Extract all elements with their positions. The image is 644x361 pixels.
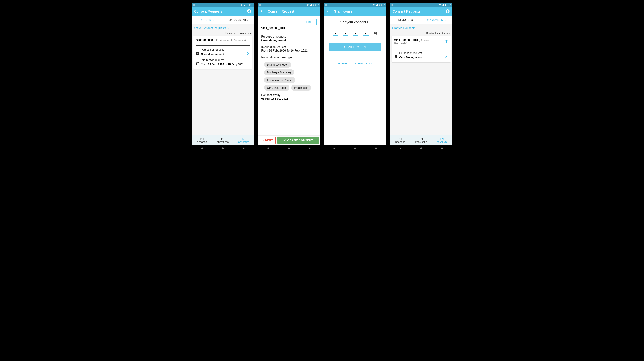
appbar: Consent Request <box>258 7 320 16</box>
sys-home[interactable] <box>221 147 224 150</box>
nav-providers[interactable]: PROVIDERS <box>411 135 432 145</box>
clipboard-icon <box>394 55 398 59</box>
sys-home[interactable] <box>420 147 423 150</box>
type-label: Information request type <box>261 56 316 59</box>
info-date-range: From 16 Feb, 2000 To 16 Feb, 2021 <box>261 49 316 52</box>
nav-providers[interactable]: PROVIDERS <box>212 135 233 145</box>
sys-home[interactable] <box>287 147 291 150</box>
statusbar-time: 3:17 <box>315 4 319 6</box>
chevron-right-icon <box>444 55 448 59</box>
filter-dropdown-label: Granted Consents <box>392 26 416 30</box>
delete-icon[interactable] <box>445 40 448 44</box>
battery-icon <box>246 4 248 6</box>
pin-digit-4[interactable]: • <box>363 31 368 36</box>
statusbar-dot-icon <box>391 4 393 6</box>
nav-consents[interactable]: CONSENTS <box>432 135 452 145</box>
forgot-pin-link[interactable]: FORGOT CONSENT PIN? <box>329 62 381 65</box>
visibility-toggle-icon[interactable] <box>374 31 378 36</box>
sys-recent[interactable] <box>308 147 312 150</box>
purpose-value: Care Management <box>399 56 422 59</box>
bottomnav: RECORDS PROVIDERS CONSENTS <box>192 135 254 145</box>
purpose-value: Care Management <box>201 52 224 55</box>
card-title: SBX_000060_HIU (Consent Requests) <box>196 39 250 42</box>
filter-dropdown[interactable]: Granted Consents <box>390 24 452 32</box>
deny-button[interactable]: DENY <box>259 137 276 144</box>
tab-requests[interactable]: REQUESTS <box>390 16 421 24</box>
svg-rect-2 <box>242 138 245 140</box>
screen-granted: 3:17 Consent Requests REQUESTS MY CONSEN… <box>389 2 454 153</box>
nav-records[interactable]: RECORDS <box>390 135 411 145</box>
svg-rect-13 <box>441 148 443 149</box>
nav-consents[interactable]: CONSENTS <box>233 135 254 145</box>
request-id: SBX_000060_HIU <box>261 27 316 30</box>
sys-recent[interactable] <box>440 147 444 150</box>
appbar: Consent Requests <box>390 7 452 16</box>
screen-requests: 3:17 Consent Requests REQUESTS MY CONSEN… <box>190 2 255 153</box>
statusbar-time: 3:17 <box>381 4 385 6</box>
pin-input-row: • • • • <box>329 31 381 36</box>
system-nav <box>258 145 320 152</box>
chip: Discharge Summary <box>264 69 294 75</box>
chevron-right-icon <box>246 51 250 56</box>
grant-consent-button[interactable]: GRANT CONSENT <box>278 137 319 144</box>
profile-icon[interactable] <box>247 9 252 14</box>
signal-icon <box>310 4 312 6</box>
profile-icon[interactable] <box>445 9 450 14</box>
svg-rect-6 <box>309 148 310 149</box>
signal-icon <box>376 4 378 6</box>
sys-back[interactable] <box>332 147 336 150</box>
svg-point-3 <box>222 147 224 149</box>
tab-requests[interactable]: REQUESTS <box>192 16 223 24</box>
sys-recent[interactable] <box>374 147 378 150</box>
pin-digit-3[interactable]: • <box>353 31 358 36</box>
sys-home[interactable] <box>353 147 357 150</box>
divider <box>261 102 316 102</box>
purpose-label: Purpose of request <box>261 35 316 38</box>
nav-records[interactable]: RECORDS <box>192 135 212 145</box>
edit-button[interactable]: EDIT <box>302 19 316 25</box>
card-divider <box>394 49 448 49</box>
expiry-value: 03 PM, 17 Feb, 2021 <box>261 97 316 100</box>
sys-recent[interactable] <box>242 147 246 150</box>
filter-dropdown-label: Active Consent Requests <box>194 26 226 30</box>
granted-consent-card[interactable]: SBX_000060_HIU (Consent Requests) Purpos… <box>392 36 451 62</box>
pin-digit-2[interactable]: • <box>343 31 348 36</box>
statusbar: 3:17 <box>192 3 254 7</box>
tab-myconsents[interactable]: MY CONSENTS <box>223 16 254 24</box>
sys-back[interactable] <box>266 147 270 150</box>
statusbar-dot-icon <box>325 4 327 6</box>
chevron-down-icon <box>228 27 230 29</box>
screen-pin: 3:17 Grant consent Enter your consent PI… <box>323 2 388 153</box>
info-label: Information request <box>261 45 316 49</box>
tabs: REQUESTS MY CONSENTS <box>390 16 452 24</box>
back-icon[interactable] <box>260 9 264 14</box>
statusbar: 3:17 <box>390 3 452 7</box>
wifi-icon <box>438 4 441 6</box>
expiry-label: Consent expiry <box>261 94 316 97</box>
signal-icon <box>442 4 444 6</box>
back-icon[interactable] <box>326 9 330 14</box>
battery-icon <box>445 4 446 6</box>
tab-myconsents[interactable]: MY CONSENTS <box>421 16 452 24</box>
confirm-pin-button[interactable]: CONFIRM PIN <box>329 43 381 51</box>
purpose-label: Purpose of request <box>394 51 448 54</box>
pin-digit-1[interactable]: • <box>332 31 338 36</box>
tabs: REQUESTS MY CONSENTS <box>192 16 254 24</box>
sys-back[interactable] <box>200 147 204 150</box>
svg-rect-11 <box>441 138 444 140</box>
sys-back[interactable] <box>398 147 402 150</box>
granted-timestamp: Granted 0 minutes ago <box>390 32 452 36</box>
appbar-title: Consent Requests <box>194 9 247 13</box>
statusbar: 3:17 <box>258 3 320 7</box>
system-nav <box>324 145 386 152</box>
info-type-chips: Diagnostic Report Discharge Summary Immu… <box>261 62 316 91</box>
chip: OP Consultation <box>264 85 290 91</box>
action-row: DENY GRANT CONSENT <box>258 135 320 145</box>
consent-request-card[interactable]: SBX_000060_HIU (Consent Requests) Purpos… <box>193 36 252 69</box>
statusbar-dot-icon <box>193 4 195 6</box>
filter-dropdown[interactable]: Active Consent Requests <box>192 24 254 32</box>
battery-icon <box>378 4 380 6</box>
purpose-value: Care Management <box>261 39 316 42</box>
statusbar-time: 3:17 <box>248 4 253 6</box>
info-label: Information request <box>196 58 250 61</box>
